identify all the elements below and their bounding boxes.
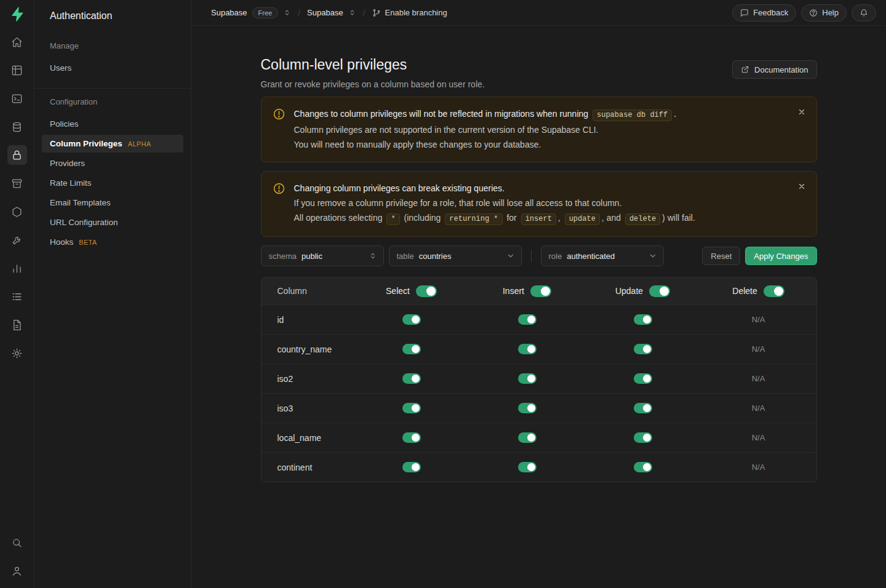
table-row: continent N/A (261, 452, 816, 482)
insert-toggle[interactable] (518, 462, 537, 472)
apply-changes-button[interactable]: Apply Changes (745, 247, 816, 265)
feedback-button[interactable]: Feedback (732, 4, 796, 22)
insert-toggle[interactable] (518, 403, 537, 413)
filter-actions: Reset Apply Changes (702, 247, 816, 265)
close-icon[interactable] (794, 178, 810, 194)
schema-select-value: public (301, 252, 322, 261)
banner-title: Changes to column privileges will not be… (294, 108, 677, 122)
update-toggle[interactable] (634, 432, 652, 443)
insert-toggle[interactable] (518, 373, 537, 384)
user-icon[interactable] (7, 561, 27, 581)
reports-icon[interactable] (7, 258, 27, 278)
insert-header-cell: Insert (469, 285, 585, 297)
schema-select[interactable]: schema public (261, 245, 384, 266)
sidebar-item-label: Users (50, 63, 71, 73)
banner-text: , and (602, 213, 621, 223)
main-area: Supabase Free / Supabase / Enable bra (191, 0, 886, 588)
sidebar-item-rate-limits[interactable]: Rate Limits (42, 174, 183, 192)
insert-toggle[interactable] (518, 314, 537, 325)
update-header-cell: Update (585, 285, 701, 297)
org-switcher-chevron-icon[interactable] (283, 9, 291, 17)
table-select[interactable]: table countries (389, 245, 522, 266)
sidebar-item-users[interactable]: Users (42, 59, 183, 77)
update-all-toggle[interactable] (649, 285, 670, 297)
delete-header-cell: Delete (701, 285, 816, 297)
select-toggle[interactable] (402, 432, 421, 443)
column-name: local_name (261, 433, 354, 443)
sidebar-item-column-privileges[interactable]: Column Privileges ALPHA (42, 135, 183, 153)
column-name: continent (261, 463, 354, 472)
insert-all-toggle[interactable] (530, 285, 551, 297)
org-name[interactable]: Supabase (211, 8, 247, 17)
banner-line: All operations selecting * (including re… (294, 211, 695, 226)
breadcrumb-separator: / (298, 8, 300, 18)
delete-na-label: N/A (752, 433, 765, 442)
sidebar-item-hooks[interactable]: Hooks BETA (42, 233, 183, 251)
select-toggle[interactable] (402, 344, 421, 354)
update-header-label: Update (615, 286, 643, 296)
reset-button[interactable]: Reset (702, 247, 740, 265)
sidebar-divider (34, 88, 191, 89)
sidebar-title: Authentication (42, 0, 183, 36)
page-subtitle: Grant or revoke privileges on a column b… (261, 79, 485, 89)
delete-all-toggle[interactable] (764, 285, 784, 297)
database-icon[interactable] (7, 117, 27, 137)
banner-text: ) will fail. (662, 213, 695, 223)
rail-nav (7, 32, 27, 363)
banner-title-text: . (674, 109, 676, 119)
advisors-icon[interactable] (7, 230, 27, 250)
insert-toggle[interactable] (518, 344, 537, 354)
enable-branching-button[interactable]: Enable branching (372, 8, 447, 17)
sidebar-item-label: Policies (50, 119, 79, 129)
sql-editor-icon[interactable] (7, 89, 27, 108)
beta-badge: BETA (79, 239, 97, 246)
select-toggle[interactable] (402, 373, 421, 384)
supabase-logo[interactable] (0, 0, 34, 28)
role-select-value: authenticated (567, 252, 615, 261)
home-icon[interactable] (7, 32, 27, 52)
documentation-button[interactable]: Documentation (732, 60, 816, 79)
warning-icon (273, 108, 285, 121)
logs-icon[interactable] (7, 287, 27, 306)
edge-functions-icon[interactable] (7, 202, 27, 221)
banner-line: If you remove a column privilege for a r… (294, 196, 695, 210)
select-all-toggle[interactable] (416, 285, 437, 297)
insert-toggle[interactable] (518, 432, 537, 443)
sidebar-item-url-configuration[interactable]: URL Configuration (42, 213, 183, 231)
breadcrumb: Supabase Free / Supabase / Enable bra (211, 7, 447, 18)
close-icon[interactable] (794, 104, 810, 120)
project-switcher-chevron-icon[interactable] (348, 9, 356, 17)
warning-icon (273, 182, 285, 195)
chevron-down-icon (506, 252, 515, 260)
storage-icon[interactable] (7, 173, 27, 193)
bell-icon (860, 9, 868, 17)
table-editor-icon[interactable] (7, 60, 27, 80)
authentication-icon[interactable] (7, 145, 27, 165)
banner-text: (including (404, 213, 441, 223)
select-toggle[interactable] (402, 403, 421, 413)
update-toggle[interactable] (634, 373, 652, 384)
select-toggle[interactable] (402, 462, 421, 472)
sidebar-item-label: Email Templates (50, 198, 111, 207)
search-icon[interactable] (7, 533, 27, 552)
role-select[interactable]: role authenticated (541, 245, 664, 266)
update-toggle[interactable] (634, 344, 652, 354)
project-name[interactable]: Supabase (307, 8, 343, 17)
delete-na-label: N/A (752, 315, 765, 324)
update-toggle[interactable] (634, 403, 652, 413)
help-button[interactable]: Help (801, 4, 847, 22)
table-row: iso3 N/A (261, 393, 816, 423)
update-toggle[interactable] (634, 314, 652, 325)
notifications-button[interactable] (852, 4, 876, 22)
update-toggle[interactable] (634, 462, 652, 472)
sidebar-item-policies[interactable]: Policies (42, 115, 183, 133)
sidebar-item-email-templates[interactable]: Email Templates (42, 194, 183, 212)
select-toggle[interactable] (402, 314, 421, 325)
api-docs-icon[interactable] (7, 315, 27, 335)
auth-sidebar: Authentication Manage Users Configuratio… (34, 0, 191, 588)
content-scroll[interactable]: Column-level privileges Grant or revoke … (191, 26, 886, 588)
sidebar-item-providers[interactable]: Providers (42, 154, 183, 172)
external-link-icon (741, 65, 749, 74)
settings-icon[interactable] (7, 343, 27, 363)
sidebar-section-configuration: Configuration (42, 97, 183, 106)
